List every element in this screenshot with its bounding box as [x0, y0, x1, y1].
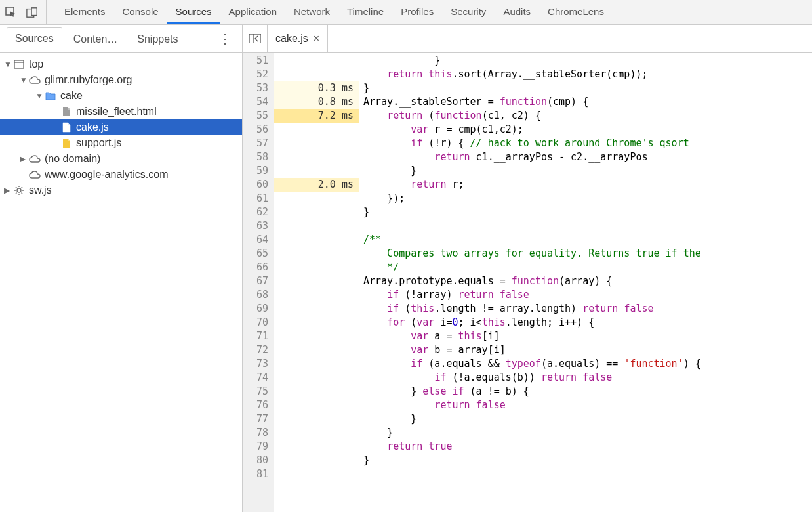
line-number[interactable]: 54 [243, 95, 268, 109]
top-tab-security[interactable]: Security [442, 0, 495, 24]
code-line[interactable]: return c1.__arrayPos - c2.__arrayPos [363, 150, 808, 164]
line-number[interactable]: 77 [243, 412, 268, 426]
code-line[interactable]: } [363, 454, 808, 467]
line-number[interactable]: 64 [243, 233, 268, 247]
line-number[interactable]: 66 [243, 261, 268, 274]
line-number[interactable]: 53 [243, 81, 268, 95]
top-tab-timeline[interactable]: Timeline [338, 0, 392, 24]
code-editor[interactable]: 5152535455565758596061626364656667686970… [243, 53, 812, 512]
line-number[interactable]: 63 [243, 219, 268, 233]
code-line[interactable]: return true [363, 440, 808, 454]
code-line[interactable]: } [363, 426, 808, 440]
line-number[interactable]: 69 [243, 302, 268, 316]
code-line[interactable]: } [363, 164, 808, 178]
sidebar-tab-1[interactable]: Conten… [65, 28, 127, 51]
file-tab-cakejs[interactable]: cake.js × [268, 25, 328, 52]
line-number[interactable]: 52 [243, 68, 268, 81]
tree-item[interactable]: missile_fleet.html [0, 104, 242, 119]
line-number[interactable]: 67 [243, 274, 268, 288]
code-line[interactable]: for (var i=0; i<this.length; i++) { [363, 316, 808, 330]
device-icon[interactable] [26, 7, 38, 18]
line-number[interactable]: 51 [243, 54, 268, 68]
disclosure-icon[interactable]: ▶ [20, 154, 28, 163]
line-number[interactable]: 65 [243, 247, 268, 261]
line-number[interactable]: 74 [243, 371, 268, 385]
code-line[interactable]: if (!a.equals(b)) return false [363, 371, 808, 385]
line-number[interactable]: 58 [243, 150, 268, 164]
line-number[interactable]: 71 [243, 330, 268, 343]
tree-item[interactable]: ▼top [0, 56, 242, 72]
line-number[interactable]: 81 [243, 467, 268, 481]
tree-item[interactable]: ▼glimr.rubyforge.org [0, 72, 242, 88]
code-area[interactable]: } return this.sort(Array.__stableSorter(… [359, 53, 812, 512]
code-line[interactable]: if (!r) { // hack to work around Chrome'… [363, 137, 808, 150]
disclosure-icon[interactable]: ▼ [4, 60, 12, 69]
tree-item[interactable]: support.js [0, 135, 242, 151]
more-icon[interactable]: ⋮ [214, 31, 235, 47]
code-line[interactable]: } else if (a != b) { [363, 385, 808, 398]
code-line[interactable]: return this.sort(Array.__stableSorter(cm… [363, 68, 808, 81]
disclosure-icon[interactable]: ▶ [4, 186, 12, 195]
top-tab-console[interactable]: Console [114, 0, 167, 24]
line-number[interactable]: 61 [243, 192, 268, 205]
code-line[interactable]: */ [363, 261, 808, 274]
timing-cell [274, 54, 359, 68]
code-line[interactable] [363, 467, 808, 481]
top-tab-profiles[interactable]: Profiles [392, 0, 442, 24]
line-number[interactable]: 55 [243, 109, 268, 123]
code-line[interactable]: } [363, 205, 808, 219]
disclosure-icon[interactable]: ▼ [20, 75, 28, 85]
line-number[interactable]: 73 [243, 357, 268, 371]
sidebar-tab-2[interactable]: Snippets [129, 28, 186, 51]
code-line[interactable]: } [363, 54, 808, 68]
code-line[interactable]: var b = array[i] [363, 343, 808, 357]
tree-item[interactable]: cake.js [0, 119, 242, 135]
inspect-icon[interactable] [5, 7, 17, 18]
line-number[interactable]: 70 [243, 316, 268, 330]
top-tab-audits[interactable]: Audits [495, 0, 539, 24]
code-line[interactable]: return (function(c1, c2) { [363, 109, 808, 123]
code-line[interactable]: return r; [363, 178, 808, 192]
code-line[interactable]: if (!array) return false [363, 288, 808, 302]
tree-item[interactable]: ▶sw.js [0, 182, 242, 198]
top-tab-application[interactable]: Application [220, 0, 285, 24]
tree-label: glimr.rubyforge.org [45, 74, 132, 86]
code-line[interactable]: }); [363, 192, 808, 205]
code-line[interactable]: var r = cmp(c1,c2); [363, 123, 808, 137]
line-number[interactable]: 76 [243, 398, 268, 412]
sidebar-tab-0[interactable]: Sources [7, 27, 62, 51]
timing-cell [274, 330, 359, 343]
line-number[interactable]: 59 [243, 164, 268, 178]
code-line[interactable]: Array.prototype.equals = function(array)… [363, 274, 808, 288]
line-number[interactable]: 68 [243, 288, 268, 302]
line-number[interactable]: 72 [243, 343, 268, 357]
nav-toggle-icon[interactable] [243, 25, 268, 52]
line-number[interactable]: 79 [243, 440, 268, 454]
code-line[interactable]: /** [363, 233, 808, 247]
top-tab-network[interactable]: Network [285, 0, 338, 24]
top-tab-elements[interactable]: Elements [56, 0, 114, 24]
code-line[interactable]: } [363, 81, 808, 95]
line-number[interactable]: 80 [243, 454, 268, 467]
close-icon[interactable]: × [314, 33, 319, 45]
code-line[interactable]: Array.__stableSorter = function(cmp) { [363, 95, 808, 109]
code-line[interactable] [363, 219, 808, 233]
tree-item[interactable]: ▶(no domain) [0, 151, 242, 167]
line-number[interactable]: 78 [243, 426, 268, 440]
line-number[interactable]: 56 [243, 123, 268, 137]
code-line[interactable]: return false [363, 398, 808, 412]
code-line[interactable]: if (a.equals && typeof(a.equals) == 'fun… [363, 357, 808, 371]
line-number[interactable]: 75 [243, 385, 268, 398]
top-tab-sources[interactable]: Sources [167, 0, 220, 24]
top-tab-chromelens[interactable]: ChromeLens [539, 0, 613, 24]
line-number[interactable]: 60 [243, 178, 268, 192]
tree-item[interactable]: ▼cake [0, 88, 242, 104]
code-line[interactable]: if (this.length != array.length) return … [363, 302, 808, 316]
line-number[interactable]: 62 [243, 205, 268, 219]
tree-item[interactable]: www.google-analytics.com [0, 167, 242, 182]
code-line[interactable]: Compares two arrays for equality. Return… [363, 247, 808, 261]
code-line[interactable]: } [363, 412, 808, 426]
line-number[interactable]: 57 [243, 137, 268, 150]
disclosure-icon[interactable]: ▼ [35, 91, 43, 100]
code-line[interactable]: var a = this[i] [363, 330, 808, 343]
